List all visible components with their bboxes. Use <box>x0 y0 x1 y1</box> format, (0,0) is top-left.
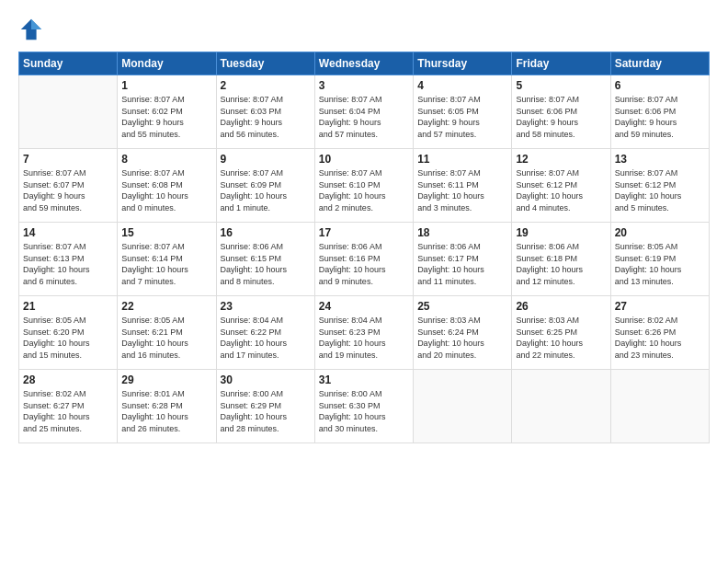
calendar-cell: 7Sunrise: 8:07 AMSunset: 6:07 PMDaylight… <box>19 149 118 223</box>
calendar-cell: 21Sunrise: 8:05 AMSunset: 6:20 PMDayligh… <box>19 296 118 370</box>
day-number: 23 <box>221 300 311 313</box>
day-info: Sunrise: 8:07 AMSunset: 6:09 PMDaylight:… <box>221 167 311 213</box>
day-number: 1 <box>121 79 211 92</box>
day-number: 24 <box>319 300 409 313</box>
calendar-cell: 13Sunrise: 8:07 AMSunset: 6:12 PMDayligh… <box>610 149 709 223</box>
day-info: Sunrise: 8:05 AMSunset: 6:20 PMDaylight:… <box>23 315 113 361</box>
calendar-cell: 27Sunrise: 8:02 AMSunset: 6:26 PMDayligh… <box>610 296 709 370</box>
day-number: 29 <box>121 373 211 386</box>
calendar-cell: 23Sunrise: 8:04 AMSunset: 6:22 PMDayligh… <box>216 296 314 370</box>
day-info: Sunrise: 8:06 AMSunset: 6:18 PMDaylight:… <box>516 241 606 287</box>
calendar-cell: 31Sunrise: 8:00 AMSunset: 6:30 PMDayligh… <box>314 370 413 443</box>
calendar-cell: 29Sunrise: 8:01 AMSunset: 6:28 PMDayligh… <box>118 370 216 443</box>
page: SundayMondayTuesdayWednesdayThursdayFrid… <box>0 0 728 563</box>
day-number: 31 <box>319 373 409 386</box>
day-number: 5 <box>516 79 606 92</box>
day-number: 9 <box>221 153 311 166</box>
calendar-cell: 20Sunrise: 8:05 AMSunset: 6:19 PMDayligh… <box>610 223 709 296</box>
calendar-cell: 12Sunrise: 8:07 AMSunset: 6:12 PMDayligh… <box>512 149 610 223</box>
day-info: Sunrise: 8:03 AMSunset: 6:25 PMDaylight:… <box>516 315 606 361</box>
day-number: 14 <box>23 226 113 239</box>
calendar-cell: 11Sunrise: 8:07 AMSunset: 6:11 PMDayligh… <box>414 149 512 223</box>
calendar-cell: 5Sunrise: 8:07 AMSunset: 6:06 PMDaylight… <box>512 75 610 149</box>
day-info: Sunrise: 8:00 AMSunset: 6:30 PMDaylight:… <box>319 388 409 434</box>
calendar-cell: 8Sunrise: 8:07 AMSunset: 6:08 PMDaylight… <box>118 149 216 223</box>
day-number: 30 <box>221 373 311 386</box>
day-info: Sunrise: 8:02 AMSunset: 6:27 PMDaylight:… <box>23 388 113 434</box>
day-info: Sunrise: 8:07 AMSunset: 6:03 PMDaylight:… <box>221 94 311 140</box>
day-info: Sunrise: 8:07 AMSunset: 6:10 PMDaylight:… <box>319 167 409 213</box>
calendar-cell: 10Sunrise: 8:07 AMSunset: 6:10 PMDayligh… <box>314 149 413 223</box>
day-info: Sunrise: 8:03 AMSunset: 6:24 PMDaylight:… <box>417 315 507 361</box>
week-row-1: 1Sunrise: 8:07 AMSunset: 6:02 PMDaylight… <box>19 75 710 149</box>
day-info: Sunrise: 8:07 AMSunset: 6:06 PMDaylight:… <box>615 94 705 140</box>
calendar-cell <box>610 370 709 443</box>
calendar-cell <box>19 75 118 149</box>
day-info: Sunrise: 8:05 AMSunset: 6:19 PMDaylight:… <box>615 241 705 287</box>
calendar-cell <box>512 370 610 443</box>
day-number: 6 <box>615 79 705 92</box>
weekday-header-saturday: Saturday <box>610 52 709 75</box>
day-info: Sunrise: 8:00 AMSunset: 6:29 PMDaylight:… <box>221 388 311 434</box>
day-info: Sunrise: 8:06 AMSunset: 6:17 PMDaylight:… <box>417 241 507 287</box>
calendar-cell: 26Sunrise: 8:03 AMSunset: 6:25 PMDayligh… <box>512 296 610 370</box>
weekday-header-wednesday: Wednesday <box>314 52 413 75</box>
day-number: 27 <box>615 300 705 313</box>
weekday-header-thursday: Thursday <box>414 52 512 75</box>
calendar-cell: 4Sunrise: 8:07 AMSunset: 6:05 PMDaylight… <box>414 75 512 149</box>
calendar-cell <box>414 370 512 443</box>
day-info: Sunrise: 8:07 AMSunset: 6:04 PMDaylight:… <box>319 94 409 140</box>
calendar-cell: 1Sunrise: 8:07 AMSunset: 6:02 PMDaylight… <box>118 75 216 149</box>
weekday-header-sunday: Sunday <box>19 52 118 75</box>
calendar-cell: 16Sunrise: 8:06 AMSunset: 6:15 PMDayligh… <box>216 223 314 296</box>
day-number: 12 <box>516 153 606 166</box>
day-number: 26 <box>516 300 606 313</box>
calendar-cell: 15Sunrise: 8:07 AMSunset: 6:14 PMDayligh… <box>118 223 216 296</box>
day-number: 25 <box>417 300 507 313</box>
day-info: Sunrise: 8:07 AMSunset: 6:02 PMDaylight:… <box>121 94 211 140</box>
calendar-cell: 9Sunrise: 8:07 AMSunset: 6:09 PMDaylight… <box>216 149 314 223</box>
day-number: 18 <box>417 226 507 239</box>
header <box>18 17 710 42</box>
calendar-cell: 18Sunrise: 8:06 AMSunset: 6:17 PMDayligh… <box>414 223 512 296</box>
day-info: Sunrise: 8:07 AMSunset: 6:14 PMDaylight:… <box>121 241 211 287</box>
day-number: 4 <box>417 79 507 92</box>
day-number: 13 <box>615 153 705 166</box>
calendar-cell: 19Sunrise: 8:06 AMSunset: 6:18 PMDayligh… <box>512 223 610 296</box>
day-number: 15 <box>121 226 211 239</box>
day-info: Sunrise: 8:07 AMSunset: 6:05 PMDaylight:… <box>417 94 507 140</box>
calendar-cell: 30Sunrise: 8:00 AMSunset: 6:29 PMDayligh… <box>216 370 314 443</box>
week-row-3: 14Sunrise: 8:07 AMSunset: 6:13 PMDayligh… <box>19 223 710 296</box>
day-info: Sunrise: 8:01 AMSunset: 6:28 PMDaylight:… <box>121 388 211 434</box>
day-number: 7 <box>23 153 113 166</box>
day-info: Sunrise: 8:05 AMSunset: 6:21 PMDaylight:… <box>121 315 211 361</box>
day-number: 3 <box>319 79 409 92</box>
calendar-cell: 22Sunrise: 8:05 AMSunset: 6:21 PMDayligh… <box>118 296 216 370</box>
calendar-cell: 17Sunrise: 8:06 AMSunset: 6:16 PMDayligh… <box>314 223 413 296</box>
svg-marker-1 <box>31 19 41 29</box>
day-number: 16 <box>221 226 311 239</box>
weekday-header-friday: Friday <box>512 52 610 75</box>
weekday-header-tuesday: Tuesday <box>216 52 314 75</box>
day-info: Sunrise: 8:07 AMSunset: 6:07 PMDaylight:… <box>23 167 113 213</box>
day-info: Sunrise: 8:07 AMSunset: 6:12 PMDaylight:… <box>615 167 705 213</box>
calendar-cell: 2Sunrise: 8:07 AMSunset: 6:03 PMDaylight… <box>216 75 314 149</box>
day-info: Sunrise: 8:07 AMSunset: 6:11 PMDaylight:… <box>417 167 507 213</box>
week-row-2: 7Sunrise: 8:07 AMSunset: 6:07 PMDaylight… <box>19 149 710 223</box>
week-row-4: 21Sunrise: 8:05 AMSunset: 6:20 PMDayligh… <box>19 296 710 370</box>
day-number: 20 <box>615 226 705 239</box>
week-row-5: 28Sunrise: 8:02 AMSunset: 6:27 PMDayligh… <box>19 370 710 443</box>
logo-icon <box>18 17 44 42</box>
day-info: Sunrise: 8:06 AMSunset: 6:16 PMDaylight:… <box>319 241 409 287</box>
weekday-header-monday: Monday <box>118 52 216 75</box>
calendar-table: SundayMondayTuesdayWednesdayThursdayFrid… <box>18 52 710 443</box>
day-number: 22 <box>121 300 211 313</box>
calendar-cell: 6Sunrise: 8:07 AMSunset: 6:06 PMDaylight… <box>610 75 709 149</box>
day-number: 10 <box>319 153 409 166</box>
day-number: 8 <box>121 153 211 166</box>
day-info: Sunrise: 8:04 AMSunset: 6:22 PMDaylight:… <box>221 315 311 361</box>
calendar-cell: 14Sunrise: 8:07 AMSunset: 6:13 PMDayligh… <box>19 223 118 296</box>
calendar-cell: 3Sunrise: 8:07 AMSunset: 6:04 PMDaylight… <box>314 75 413 149</box>
calendar-cell: 24Sunrise: 8:04 AMSunset: 6:23 PMDayligh… <box>314 296 413 370</box>
day-number: 2 <box>221 79 311 92</box>
